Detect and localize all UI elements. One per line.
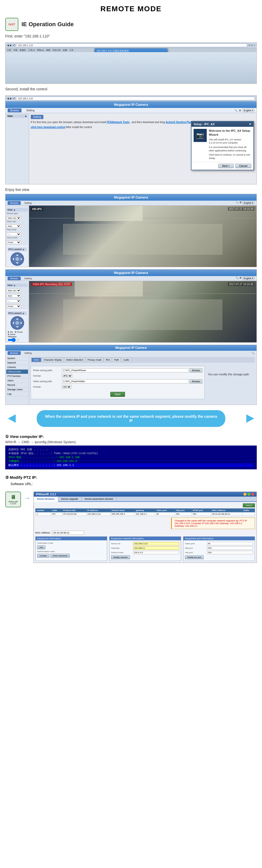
browser-forward-icon[interactable]: ▶ [10,44,12,46]
settings-nav-alarm[interactable]: Alarm [6,378,28,383]
settings-nav-ptz[interactable]: PTZ function [6,374,28,378]
setting-tab-active[interactable]: Setting [31,115,43,119]
settings-browse-tab[interactable]: Browse [8,351,21,355]
get-btn[interactable]: Get [37,545,45,549]
lv2-lang[interactable]: English ▾ [243,277,254,280]
ptz-down-arrow[interactable] [16,262,19,265]
setup-next-button[interactable]: Next > [218,164,234,168]
modify-port-btn[interactable]: Modify the port [185,555,204,559]
settings-motion-tab[interactable]: Motion detection [64,358,85,362]
download-control-link[interactable]: click here download control [31,126,65,129]
software-url-label: Software URL: [10,482,252,486]
ptz2-center[interactable] [16,321,19,325]
subnet-input[interactable] [133,551,179,554]
collapse-icon[interactable]: ▲ [25,115,27,117]
ptz-right-arrow[interactable] [21,258,23,260]
ref-icon[interactable]: ↺ [13,97,15,100]
mac-address-input[interactable] [52,531,84,535]
video-port-label: Video port: [185,542,206,545]
settings-nav-camera[interactable]: Camera [6,365,28,370]
video-format-label: Format: [33,385,62,388]
save-button[interactable]: Save [110,392,125,397]
ptz2-left[interactable] [11,322,14,324]
setup-close-icon[interactable]: ✕ [249,123,251,126]
equip-port-title: Equipment port information: [183,537,255,540]
format-select[interactable]: JPG [62,374,72,378]
settings-char-tab[interactable]: Character display [42,358,64,362]
lang-select[interactable]: English ▾ [243,109,254,112]
setup-cancel-button[interactable]: Cancel [235,164,251,168]
settings-audio-tab[interactable]: Audio [121,358,131,362]
fwd-icon[interactable]: ▶ [10,97,12,100]
browser-back-icon[interactable]: ◀ [7,44,9,46]
ptz-up-arrow[interactable] [16,253,19,256]
contact-btn[interactable]: Contact [37,554,49,558]
settings-roi-tab[interactable]: ROI [104,358,112,362]
lv2-playmode-select[interactable]: --- [6,299,21,303]
settings-nav-network[interactable]: Network [6,361,28,365]
lv2-videosize-select[interactable]: Auto [6,294,21,298]
video-port-input[interactable] [207,542,253,545]
after-install: After install the control [66,126,92,129]
minimize-btn[interactable] [243,493,246,496]
lv2-colormode-select[interactable]: Fresh [6,305,21,308]
settings-nav-users[interactable]: Manage Users [6,388,28,392]
lv-browse-tab[interactable]: Browse [8,201,21,205]
video-browse-btn[interactable]: Browse [190,379,202,383]
ptz2-down[interactable] [16,327,19,329]
close-btn[interactable] [251,493,254,496]
lv-setting-tab[interactable]: Setting [22,201,34,205]
video-format-select[interactable]: AVI [62,385,71,389]
lv2-setting-tab[interactable]: Setting [22,277,34,280]
ptz-center[interactable] [16,257,19,261]
address-bar[interactable]: 192.168.1.110 [16,43,247,47]
device-id-input[interactable] [133,542,179,545]
settings-nav-record[interactable]: Record [6,383,28,388]
camera-feed-1: HD-IPC 2017-07-27 18:10:38 [29,206,257,267]
modify-network-btn[interactable]: Modify network [111,555,130,559]
lv-videosize-select[interactable]: Auto [6,224,21,228]
address-bar-2[interactable]: 192.168.1.110 [16,97,255,100]
settings-privacy-tab[interactable]: Privacy mask [86,358,104,362]
http-port-input[interactable] [207,546,253,550]
back-icon[interactable]: ◀ [7,97,9,100]
maximize-btn[interactable] [247,493,251,496]
lv-lang[interactable]: English ▾ [243,201,254,205]
lv-stream-select[interactable]: Main stream [6,216,21,220]
video-format-row: Format: AVI [33,385,202,389]
gateway-input[interactable] [133,546,179,550]
settings-path-tab[interactable]: Path [112,358,121,362]
settings-nav-log[interactable]: Log [6,392,28,396]
activex-link[interactable]: ActiveX Hosting Plugin [166,121,195,124]
ptz2-right[interactable] [21,322,23,324]
lv2-stream-select[interactable]: Main stream [6,289,21,292]
settings-video-tab[interactable]: Video [31,358,41,362]
lv2-tilt-slider[interactable] [8,338,19,342]
lv-stream-label: Stream type [6,212,18,215]
lv2-ptz-controls: ⊕ Iris ⊕ Focus ⊕ Zoom TiltSpeed PanSpeed… [8,331,27,342]
photo-path-input[interactable] [62,368,188,372]
ptz-left-arrow[interactable] [11,258,14,260]
photo-browse-btn[interactable]: Browse [190,368,202,372]
setting-tab[interactable]: Setting [24,108,37,112]
settings-nav-videoaudio[interactable]: Video&Audio [6,370,28,374]
ffa-link[interactable]: FFANetwork Tools [107,121,129,124]
ipwizard-search-btn[interactable]: search [243,503,255,507]
ptz2-up[interactable] [16,317,19,319]
browse-tab[interactable]: Browse [8,108,22,112]
tab-device-params[interactable]: Device parameters derived [82,497,116,501]
td-http-port: 554 [175,512,192,516]
settings-nav-system[interactable]: System [6,356,28,361]
tab-device-browser[interactable]: Device Browser [34,497,58,502]
lv2-browse-tab[interactable]: Browse [8,277,21,280]
clear-pwd-btn[interactable]: Clear Password [50,554,70,558]
rtsp-port-input[interactable] [207,551,253,554]
video-path-input[interactable] [62,379,188,383]
room-sim-2 [63,299,223,330]
browser-refresh-icon[interactable]: ↺ [13,44,15,46]
tab-device-upgrade[interactable]: Device Upgrade [58,497,82,501]
lv-colormode-select[interactable]: Fresh [6,241,21,244]
lv-playmode-select[interactable]: --- [6,232,21,236]
table-row[interactable]: 1 IPC IPC-E2410-80 192.168.0.110 255.255… [36,512,255,516]
settings-setting-tab[interactable]: Setting [22,351,34,355]
